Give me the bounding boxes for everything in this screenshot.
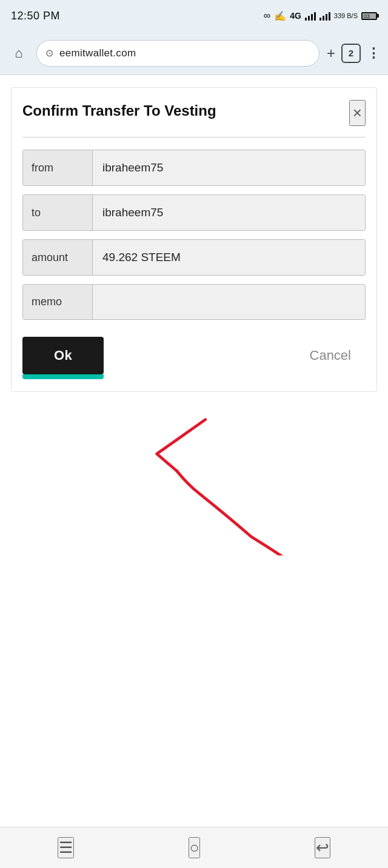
home-nav-icon: ○ — [190, 838, 199, 857]
home-icon: ⌂ — [15, 45, 22, 61]
from-field-row: from ibraheem75 — [22, 150, 366, 186]
new-tab-button[interactable]: + — [327, 45, 335, 62]
back-nav-icon: ↩ — [316, 838, 329, 857]
to-field-row: to ibraheem75 — [22, 194, 366, 231]
memo-label: memo — [23, 285, 93, 319]
amount-field-row: amount 49.262 STEEM — [22, 239, 366, 276]
notification-icon: ∞ — [264, 10, 270, 21]
data-speed: 339 B/S — [334, 12, 358, 19]
to-value: ibraheem75 — [93, 195, 365, 230]
annotation-area — [11, 398, 377, 555]
menu-nav-button[interactable]: ☰ — [58, 837, 74, 858]
dialog-card: Confirm Transfer To Vesting × from ibrah… — [11, 87, 377, 392]
signal-bars-2 — [319, 11, 330, 21]
from-label: from — [23, 150, 93, 185]
home-button[interactable]: ⌂ — [8, 43, 29, 64]
from-value: ibraheem75 — [93, 150, 365, 185]
annotation-svg — [11, 398, 377, 555]
amount-value: 49.262 STEEM — [93, 240, 365, 275]
signal-bars — [305, 11, 316, 21]
battery-level: 03 — [363, 13, 376, 19]
close-button[interactable]: × — [349, 100, 366, 126]
status-icons: ∞ ✍ 4G 339 B/S 03 — [264, 10, 377, 22]
cancel-button[interactable]: Cancel — [295, 337, 366, 374]
browser-actions: + 2 ⋮ — [327, 44, 380, 63]
dialog-title: Confirm Transfer To Vesting — [22, 101, 216, 120]
ok-button[interactable]: Ok — [22, 337, 104, 374]
menu-nav-icon: ☰ — [59, 838, 73, 857]
main-content: Confirm Transfer To Vesting × from ibrah… — [0, 75, 388, 574]
url-lock-icon: ⊙ — [45, 47, 53, 59]
battery-icon: 03 — [361, 12, 377, 20]
dialog-header: Confirm Transfer To Vesting × — [22, 101, 366, 126]
memo-value — [93, 285, 365, 319]
status-time: 12:50 PM — [11, 10, 60, 22]
amount-label: amount — [23, 240, 93, 275]
url-bar[interactable]: ⊙ eemitwallet.com — [36, 40, 319, 67]
tab-count-button[interactable]: 2 — [341, 44, 361, 63]
browser-menu-button[interactable]: ⋮ — [367, 45, 380, 61]
status-bar: 12:50 PM ∞ ✍ 4G 339 B/S 03 — [0, 0, 388, 31]
network-type: 4G — [290, 11, 301, 21]
button-row: Ok Cancel — [22, 337, 366, 374]
chat-icon: ✍ — [274, 10, 286, 22]
back-nav-button[interactable]: ↩ — [315, 837, 330, 858]
memo-field-row: memo — [22, 284, 366, 320]
home-nav-button[interactable]: ○ — [189, 837, 201, 858]
url-text: eemitwallet.com — [59, 47, 136, 59]
header-divider — [22, 137, 366, 137]
bottom-nav: ☰ ○ ↩ — [0, 827, 388, 868]
to-label: to — [23, 195, 93, 230]
browser-bar: ⌂ ⊙ eemitwallet.com + 2 ⋮ — [0, 31, 388, 75]
bottom-spacer — [0, 574, 388, 615]
